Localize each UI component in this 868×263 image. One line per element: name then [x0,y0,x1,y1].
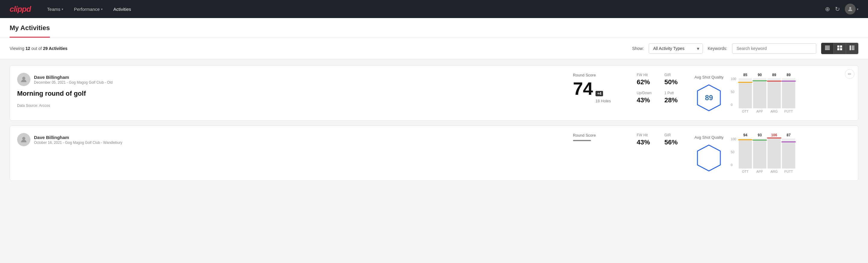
page-header: My Activities [0,18,868,38]
round-score-label: Round Score [573,133,627,138]
user-avatar-button[interactable]: ▾ [845,4,858,14]
round-score-label: Round Score [573,73,627,77]
activities-content: ✏ Dave Billingham December 05, 2021 - Go… [0,59,868,192]
bar-app: 93 APP [753,133,766,173]
navbar: clippd Teams ▾ Performance ▾ Activities … [0,0,868,18]
detail-view-button[interactable] [846,43,858,54]
viewing-number: 12 [26,46,30,51]
hexagon [697,144,721,172]
bar-arg: 89 ARG [768,73,781,113]
teams-chevron-icon: ▾ [62,7,63,11]
svg-rect-5 [837,46,839,48]
edit-button[interactable]: ✏ [845,69,855,79]
svg-rect-12 [851,48,855,49]
hexagon-wrapper: Avg Shot Quality [694,135,724,172]
svg-rect-9 [850,46,851,50]
performance-chevron-icon: ▾ [101,7,102,11]
bar-chart-2: 100 50 0 94 OTT 93 [731,133,795,173]
score-section: Round Score [573,133,627,141]
stat-gir: GIR 56% [664,133,685,146]
grid-view-button[interactable] [834,43,846,54]
card-left: Dave Billingham December 05, 2021 - Gog … [17,73,563,108]
bar-putt: 87 PUTT [782,133,795,173]
score-dash [573,140,591,141]
bar-ott: 85 OTT [739,73,752,113]
svg-rect-8 [840,48,842,50]
activity-type-select[interactable]: All Activity Types Rounds Practice [649,43,703,54]
avatar [17,73,30,86]
avatar [845,4,856,14]
avatar-chevron-icon: ▾ [857,7,858,11]
svg-rect-1 [825,46,830,46]
add-icon[interactable]: ⊕ [825,5,830,12]
svg-rect-4 [825,49,830,50]
nav-activities[interactable]: Activities [109,4,135,14]
bar-ott: 94 OTT [739,133,752,173]
svg-point-0 [849,7,851,9]
user-date: December 05, 2021 - Gog Magog Golf Club … [34,80,113,85]
svg-rect-7 [837,48,839,50]
view-toggle [821,43,858,54]
stats-section: FW Hit 43% GIR 56% [637,133,685,146]
svg-point-16 [22,137,25,140]
svg-rect-3 [825,48,830,49]
holes-label: 18 Holes [595,99,611,103]
nav-links: Teams ▾ Performance ▾ Activities [43,4,825,14]
shot-quality-section: Avg Shot Quality 100 50 0 94 [694,133,851,173]
y-axis: 100 50 0 [731,77,736,113]
stat-value: 50% [664,78,685,86]
svg-point-14 [22,77,25,80]
user-info: Dave Billingham October 16, 2021 - Gog M… [17,133,563,146]
svg-marker-17 [698,145,720,171]
user-name: Dave Billingham [34,135,122,140]
svg-rect-10 [851,46,855,46]
bar-app: 90 APP [753,73,766,113]
hex-value: 89 [705,94,713,102]
avg-shot-quality-label: Avg Shot Quality [694,75,724,80]
stat-gir: GIR 50% [664,73,685,86]
bar-putt: 89 PUTT [782,73,795,113]
refresh-icon[interactable]: ↻ [835,5,840,12]
stat-label: GIR [664,73,685,77]
svg-rect-13 [851,49,855,50]
user-name: Dave Billingham [34,75,113,80]
show-label: Show: [632,46,644,51]
score-value: 74 [573,80,593,98]
viewing-count-text: Viewing 12 out of 29 Activities [10,46,627,51]
nav-teams[interactable]: Teams ▾ [43,4,67,14]
keywords-label: Keywords: [708,46,727,51]
svg-rect-6 [840,46,842,48]
score-section: Round Score 74 +4 18 Holes [573,73,627,103]
stat-value: 28% [664,96,685,104]
page-title: My Activities [10,24,50,38]
stats-section: FW Hit 62% GIR 50% Up/Down 43% 1 Putt 28… [637,73,685,104]
total-number: 29 [43,46,48,51]
user-info: Dave Billingham December 05, 2021 - Gog … [17,73,563,86]
shot-quality-section: Avg Shot Quality 89 100 50 0 8 [694,73,851,113]
activities-suffix: Activities [48,46,68,51]
brand-logo[interactable]: clippd [10,4,31,14]
data-source: Data Source: Arccos [17,104,563,108]
y-axis: 100 50 0 [731,137,736,173]
stat-label: FW Hit [637,73,657,77]
stat-fw-hit: FW Hit 43% [637,133,657,146]
stat-label: Up/Down [637,91,657,95]
hexagon: 89 [697,84,721,111]
list-view-button[interactable] [822,43,834,54]
stat-updown: Up/Down 43% [637,91,657,104]
activity-card: Dave Billingham October 16, 2021 - Gog M… [10,125,858,181]
bar-arg: 106 ARG [768,133,781,173]
stat-fw-hit: FW Hit 62% [637,73,657,86]
svg-rect-2 [825,47,830,48]
avatar [17,133,30,146]
filter-bar: Viewing 12 out of 29 Activities Show: Al… [0,38,868,59]
stat-label: 1 Putt [664,91,685,95]
hexagon-wrapper: Avg Shot Quality 89 [694,75,724,111]
score-badge: +4 [595,91,603,96]
svg-rect-11 [851,47,855,48]
activity-card: ✏ Dave Billingham December 05, 2021 - Go… [10,65,858,121]
bar-chart: 100 50 0 85 OTT 90 [731,73,795,113]
search-input[interactable] [732,43,816,54]
nav-performance[interactable]: Performance ▾ [70,4,107,14]
user-date: October 16, 2021 - Gog Magog Golf Club -… [34,141,122,145]
